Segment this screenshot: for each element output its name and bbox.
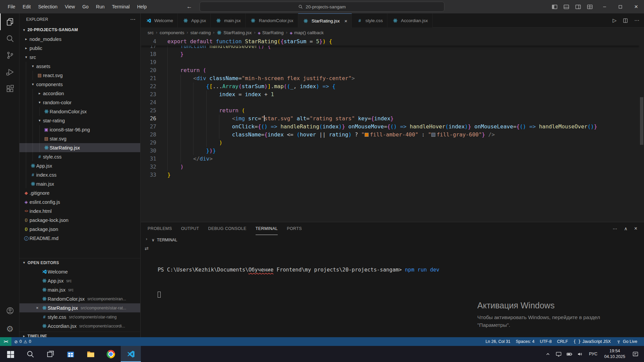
taskbar-file-explorer-icon[interactable] xyxy=(80,346,101,362)
taskbar-store-icon[interactable] xyxy=(60,346,80,362)
terminal-output[interactable]: PS C:\Users\Kezhik\Documents\Обучение Fr… xyxy=(158,249,641,316)
tree-item-package-lock.json[interactable]: {}package-lock.json xyxy=(19,216,140,225)
hidden-icons-chevron-icon[interactable] xyxy=(542,346,553,362)
tree-item-react.svg[interactable]: ▤react.svg xyxy=(19,71,140,80)
tab-main.jsx[interactable]: main.jsx xyxy=(211,13,246,27)
tab-app.jsx[interactable]: App.jsx xyxy=(178,13,211,27)
menu-view[interactable]: View xyxy=(61,0,78,13)
explorer-icon[interactable] xyxy=(0,13,19,30)
menu-file[interactable]: File xyxy=(4,0,19,13)
chevron-right-icon[interactable]: › xyxy=(142,236,151,241)
open-editors-header[interactable]: ▾ OPEN EDITORS xyxy=(19,258,140,267)
status-go-live[interactable]: Go Live xyxy=(613,337,640,346)
breadcrumb-item-star-rating[interactable]: star-rating xyxy=(191,30,211,35)
open-editor-randomcolor.jsx[interactable]: RandomColor.jsxsrc\components\ran... xyxy=(19,294,140,303)
tree-item-node_modules[interactable]: ▸node_modules xyxy=(19,35,140,44)
tree-item-random-color[interactable]: ▾random-color xyxy=(19,98,140,107)
menu-run[interactable]: Run xyxy=(92,0,108,13)
status-javascript-jsx[interactable]: { }JavaScript JSX xyxy=(571,337,613,346)
panel-tab-problems[interactable]: PROBLEMS xyxy=(148,222,172,235)
editor-scrollbar[interactable] xyxy=(640,97,643,145)
tree-item-app.jsx[interactable]: App.jsx xyxy=(19,161,140,170)
tree-item-starrating.jsx[interactable]: StarRating.jsx xyxy=(19,143,140,152)
status-ln-26-col-31[interactable]: Ln 26, Col 31 xyxy=(483,337,513,346)
source-control-icon[interactable] xyxy=(0,47,19,64)
settings-gear-icon[interactable]: ⚙ xyxy=(0,320,19,337)
close-window-icon[interactable]: × xyxy=(628,0,644,13)
toggle-panel-icon[interactable] xyxy=(563,4,570,10)
keyboard-language[interactable]: РУС xyxy=(585,352,601,356)
open-editor-welcome[interactable]: Welcome xyxy=(19,267,140,276)
network-icon[interactable] xyxy=(553,346,564,362)
problems-indicator[interactable]: ⊘ 0 ⚠ 0 xyxy=(11,337,34,346)
taskbar-task-view-icon[interactable] xyxy=(40,346,60,362)
open-editor-main.jsx[interactable]: main.jsxsrc xyxy=(19,285,140,294)
breadcrumb-item-components[interactable]: components xyxy=(160,30,184,35)
toggle-secondary-sidebar-icon[interactable] xyxy=(575,4,581,10)
relaunch-terminals-icon[interactable]: ⇄ xyxy=(142,246,151,251)
tree-item-icons8-star-96.png[interactable]: ▣icons8-star-96.png xyxy=(19,125,140,134)
close-icon[interactable]: × xyxy=(34,305,41,310)
account-icon[interactable] xyxy=(0,302,19,319)
tree-item-package.json[interactable]: {}package.json xyxy=(19,225,140,234)
tree-item-public[interactable]: ▸public xyxy=(19,44,140,53)
run-file-icon[interactable]: ▷ xyxy=(612,17,616,23)
tree-item-star.svg[interactable]: ▤star.svg xyxy=(19,134,140,143)
tree-item-star-rating[interactable]: ▾star-rating xyxy=(19,116,140,125)
menu-terminal[interactable]: Terminal xyxy=(108,0,133,13)
remote-indicator[interactable]: >< xyxy=(0,337,11,346)
customize-layout-icon[interactable] xyxy=(587,4,593,10)
tree-item-assets[interactable]: ▾assets xyxy=(19,62,140,71)
terminal-section-header[interactable]: ∨ TERMINAL xyxy=(152,238,177,242)
panel-tab-ports[interactable]: PORTS xyxy=(287,222,302,235)
action-center-icon[interactable] xyxy=(629,346,642,362)
taskbar-clock[interactable]: 19:54 04.10.2025 xyxy=(601,348,629,360)
status-utf-8[interactable]: UTF-8 xyxy=(537,337,554,346)
panel-maximize-icon[interactable]: ∧ xyxy=(624,226,627,231)
menu-selection[interactable]: Selection xyxy=(35,0,61,13)
breadcrumb-item-map() callback[interactable]: ◈map() callback xyxy=(290,30,324,35)
panel-tab-terminal[interactable]: TERMINAL xyxy=(256,222,278,235)
open-editor-accordian.jsx[interactable]: Accordian.jsxsrc\components\accordi... xyxy=(19,321,140,330)
timeline-header[interactable]: ▸ TIMELINE xyxy=(19,331,140,337)
menu-edit[interactable]: Edit xyxy=(19,0,35,13)
tree-item-accordion[interactable]: ▸accordion xyxy=(19,89,140,98)
menu-help[interactable]: Help xyxy=(133,0,151,13)
tab-starrating.jsx[interactable]: StarRating.jsx× xyxy=(298,13,352,28)
battery-icon[interactable] xyxy=(564,346,575,362)
tab-style.css[interactable]: #style.css xyxy=(352,13,387,27)
tree-item-eslint.config.js[interactable]: ◈eslint.config.js xyxy=(19,197,140,206)
taskbar-chrome-icon[interactable] xyxy=(101,346,121,362)
tree-item-components[interactable]: ▾components xyxy=(19,80,140,89)
explorer-root-folder[interactable]: ▾ 20-PROJECTS-SANGAM xyxy=(19,25,140,35)
tree-item-randomcolor.jsx[interactable]: RandomColor.jsx xyxy=(19,107,140,116)
breadcrumb-item-starrating.jsx[interactable]: StarRating.jsx xyxy=(217,30,252,35)
breadcrumb-item-src[interactable]: src xyxy=(148,30,154,35)
taskbar-search-app-icon[interactable] xyxy=(20,346,40,362)
tree-item-src[interactable]: ▾src xyxy=(19,53,140,62)
command-center-search[interactable]: 20-projects-sangam xyxy=(200,2,444,12)
volume-icon[interactable] xyxy=(575,346,585,362)
taskbar-start-icon[interactable] xyxy=(0,346,20,362)
panel-tab-output[interactable]: OUTPUT xyxy=(181,222,199,235)
menu-go[interactable]: Go xyxy=(78,0,92,13)
breadcrumb-item-starrating[interactable]: ◈StarRating xyxy=(258,30,283,35)
run-debug-icon[interactable] xyxy=(0,64,19,80)
explorer-more-icon[interactable]: ⋯ xyxy=(130,16,136,22)
panel-close-icon[interactable]: × xyxy=(634,226,637,232)
minimize-icon[interactable] xyxy=(597,0,612,13)
split-editor-icon[interactable] xyxy=(623,18,628,23)
open-editor-app.jsx[interactable]: App.jsxsrc xyxy=(19,276,140,285)
status-spaces-4[interactable]: Spaces: 4 xyxy=(513,337,537,346)
maximize-icon[interactable] xyxy=(612,0,628,13)
tree-item-index.css[interactable]: #index.css xyxy=(19,170,140,179)
panel-more-icon[interactable]: ⋯ xyxy=(612,226,617,231)
tree-item-main.jsx[interactable]: main.jsx xyxy=(19,179,140,188)
search-sidebar-icon[interactable] xyxy=(0,30,19,47)
tree-item-index.html[interactable]: <>index.html xyxy=(19,206,140,216)
tree-item-.gitignore[interactable]: ◆.gitignore xyxy=(19,188,140,197)
panel-tab-debug-console[interactable]: DEBUG CONSOLE xyxy=(208,222,246,235)
taskbar-vscode-app-icon[interactable] xyxy=(121,346,141,362)
open-editor-style.css[interactable]: #style.csssrc\components\star-rating xyxy=(19,312,140,321)
tab-welcome[interactable]: Welcome xyxy=(141,13,178,27)
